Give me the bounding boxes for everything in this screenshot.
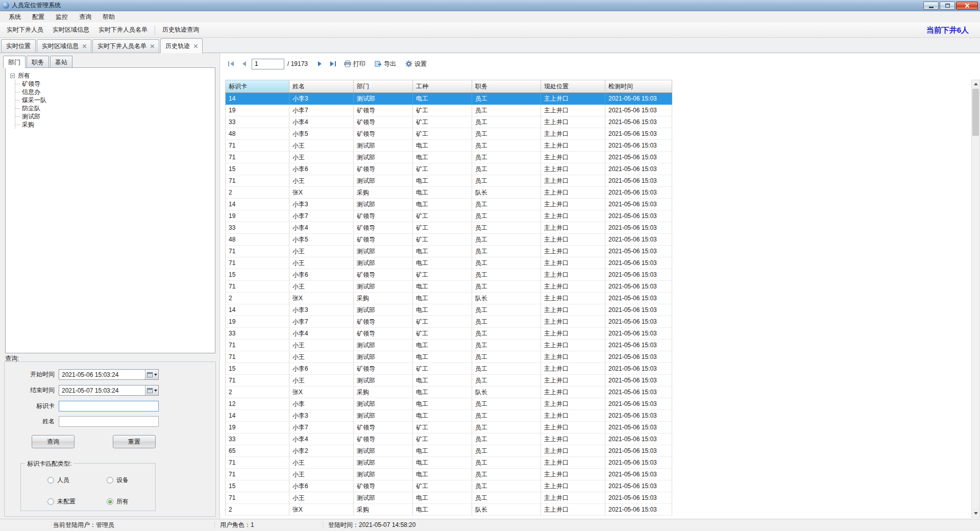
scroll-up-button[interactable] xyxy=(972,80,979,88)
table-row[interactable]: 33小李4矿领导矿工员工主上井口2021-05-06 15:03 xyxy=(226,222,672,234)
table-row[interactable]: 65小李2测试部电工员工主上井口2021-05-06 15:03 xyxy=(226,445,672,457)
radio-option[interactable]: 设备 xyxy=(107,476,129,484)
table-row[interactable]: 15小李6矿领导矿工员工主上井口2021-05-06 15:03 xyxy=(226,363,672,375)
column-header[interactable]: 部门 xyxy=(354,80,413,93)
left-panel-tab[interactable]: 职务 xyxy=(27,56,49,67)
table-row[interactable]: 2张X采购电工队长主上井口2021-05-06 15:03 xyxy=(226,187,672,199)
table-row[interactable]: 14小李3测试部电工员工主上井口2021-05-06 15:03 xyxy=(226,304,672,316)
column-header[interactable]: 姓名 xyxy=(289,80,354,93)
export-button[interactable]: 导出 xyxy=(371,58,400,70)
end-time-input[interactable]: 2021-05-07 15:03:24 xyxy=(59,385,159,396)
tree-item[interactable]: 采购 xyxy=(15,120,212,129)
left-panel-tab[interactable]: 部门 xyxy=(3,56,26,68)
table-row[interactable]: 12小李测试部电工员工主上井口2021-05-06 15:03 xyxy=(226,398,672,410)
table-row[interactable]: 71小王测试部电工员工主上井口2021-05-06 15:03 xyxy=(226,375,672,387)
table-row[interactable]: 71小王测试部电工员工主上井口2021-05-06 15:03 xyxy=(226,340,672,351)
next-page-button[interactable] xyxy=(314,58,325,69)
first-page-button[interactable] xyxy=(225,58,236,69)
print-button[interactable]: 打印 xyxy=(340,58,369,70)
table-cell: 员工 xyxy=(472,410,541,422)
close-button[interactable] xyxy=(956,2,978,10)
table-row[interactable]: 71小王测试部电工员工主上井口2021-05-06 15:03 xyxy=(226,457,672,469)
scrollbar-thumb[interactable] xyxy=(972,89,979,136)
menu-item[interactable]: 监控 xyxy=(50,11,74,23)
table-row[interactable]: 2张X采购电工队长主上井口2021-05-06 15:03 xyxy=(226,504,672,516)
search-button[interactable]: 查询 xyxy=(32,435,75,448)
table-row[interactable]: 71小王测试部电工员工主上井口2021-05-06 15:03 xyxy=(226,175,672,187)
last-page-button[interactable] xyxy=(327,58,338,69)
menu-item[interactable]: 查询 xyxy=(74,11,97,23)
table-row[interactable]: 71小王测试部电工员工主上井口2021-05-06 15:03 xyxy=(226,492,672,504)
tab-close-icon[interactable] xyxy=(82,44,86,49)
menu-item[interactable]: 配置 xyxy=(27,11,50,23)
column-header[interactable]: 检测时间 xyxy=(605,80,672,93)
table-row[interactable]: 33小李4矿领导矿工员工主上井口2021-05-06 15:03 xyxy=(226,116,672,128)
tab-item[interactable]: 实时区域信息 xyxy=(37,39,91,53)
table-row[interactable]: 15小李6矿领导矿工员工主上井口2021-05-06 15:03 xyxy=(226,163,672,175)
table-row[interactable]: 71小王测试部电工员工主上井口2021-05-06 15:03 xyxy=(226,246,672,257)
radio-option[interactable]: 未配置 xyxy=(47,497,76,505)
tree-item[interactable]: 煤采一队 xyxy=(15,96,212,104)
previous-page-button[interactable] xyxy=(238,58,250,69)
table-row[interactable]: 19小李7矿领导矿工员工主上井口2021-05-06 15:03 xyxy=(226,316,672,328)
table-row[interactable]: 19小李7矿领导矿工员工主上井口2021-05-06 15:03 xyxy=(226,210,672,222)
left-panel-tab[interactable]: 基站 xyxy=(50,56,72,67)
table-row[interactable]: 71小王测试部电工员工主上井口2021-05-06 15:03 xyxy=(226,469,672,480)
table-row[interactable]: 48小李5矿领导矿工员工主上井口2021-05-06 15:03 xyxy=(226,234,672,246)
start-time-dropdown-button[interactable] xyxy=(145,370,158,379)
column-header[interactable]: 工种 xyxy=(413,80,472,93)
menu-item[interactable]: 系统 xyxy=(3,11,27,23)
end-time-dropdown-button[interactable] xyxy=(145,385,158,395)
table-row[interactable]: 71小王测试部电工员工主上井口2021-05-06 15:03 xyxy=(226,281,672,293)
toolbar-button[interactable]: 实时下井人员 xyxy=(2,22,48,37)
card-id-input[interactable] xyxy=(59,401,159,412)
tab-item[interactable]: 历史轨迹 xyxy=(160,38,203,53)
toolbar-button[interactable]: 实时下井人员名单 xyxy=(94,22,152,37)
table-row[interactable]: 48小李5矿领导矿工员工主上井口2021-05-06 15:03 xyxy=(226,128,672,140)
table-row[interactable]: 19小李7矿领导矿工员工主上井口2021-05-06 15:03 xyxy=(226,422,672,433)
minimize-button[interactable] xyxy=(923,2,939,10)
reset-button[interactable]: 重置 xyxy=(113,435,156,448)
tab-item[interactable]: 实时下井人员名单 xyxy=(92,39,159,53)
page-number-input[interactable] xyxy=(252,59,284,69)
menu-item[interactable]: 帮助 xyxy=(97,11,120,23)
table-row[interactable]: 19小李7矿领导矿工员工主上井口2021-05-06 15:03 xyxy=(226,105,672,116)
tab-item[interactable]: 实时位置 xyxy=(1,39,36,53)
tab-close-icon[interactable] xyxy=(150,44,154,49)
tree-item[interactable]: 信息办 xyxy=(15,88,212,96)
column-header[interactable]: 职务 xyxy=(472,80,541,93)
tree-root[interactable]: 所有 xyxy=(8,71,212,80)
toolbar-button[interactable]: 历史轨迹查询 xyxy=(158,22,204,37)
tree-item[interactable]: 矿领导 xyxy=(15,80,212,88)
settings-button[interactable]: 设置 xyxy=(402,58,430,70)
table-row[interactable]: 71小王测试部电工员工主上井口2021-05-06 15:03 xyxy=(226,351,672,363)
vertical-scrollbar[interactable] xyxy=(971,80,980,518)
table-row[interactable]: 71小王测试部电工员工主上井口2021-05-06 15:03 xyxy=(226,257,672,269)
tree-item[interactable]: 防尘队 xyxy=(15,104,212,112)
maximize-button[interactable] xyxy=(940,2,955,10)
table-row[interactable]: 14小李3测试部电工员工主上井口2021-05-06 15:03 xyxy=(226,199,672,210)
column-header[interactable]: 标识卡 xyxy=(226,80,289,93)
table-row[interactable]: 14小李3测试部电工员工主上井口2021-05-06 15:03 xyxy=(226,93,672,105)
table-row[interactable]: 33小李4矿领导矿工员工主上井口2021-05-06 15:03 xyxy=(226,328,672,340)
tree-collapse-icon[interactable] xyxy=(10,74,15,78)
scroll-down-button[interactable] xyxy=(972,509,979,517)
table-cell: 小王 xyxy=(289,351,354,363)
table-cell: 71 xyxy=(226,340,289,351)
name-input[interactable] xyxy=(59,416,159,427)
table-row[interactable]: 71小王测试部电工员工主上井口2021-05-06 15:03 xyxy=(226,140,672,152)
radio-option[interactable]: 人员 xyxy=(47,476,69,484)
table-row[interactable]: 15小李6矿领导矿工员工主上井口2021-05-06 15:03 xyxy=(226,269,672,281)
toolbar-button[interactable]: 实时区域信息 xyxy=(48,22,94,37)
table-row[interactable]: 2张X采购电工队长主上井口2021-05-06 15:03 xyxy=(226,293,672,304)
tree-item[interactable]: 测试部 xyxy=(15,112,212,120)
table-row[interactable]: 33小李4矿领导矿工员工主上井口2021-05-06 15:03 xyxy=(226,433,672,445)
table-row[interactable]: 71小王测试部电工员工主上井口2021-05-06 15:03 xyxy=(226,152,672,163)
table-row[interactable]: 15小李6矿领导矿工员工主上井口2021-05-06 15:03 xyxy=(226,480,672,492)
start-time-input[interactable]: 2021-05-06 15:03:24 xyxy=(59,369,159,380)
table-row[interactable]: 14小李3测试部电工员工主上井口2021-05-06 15:03 xyxy=(226,410,672,422)
table-row[interactable]: 2张X采购电工队长主上井口2021-05-06 15:03 xyxy=(226,387,672,398)
radio-option[interactable]: 所有 xyxy=(107,497,129,505)
column-header[interactable]: 现处位置 xyxy=(541,80,605,93)
tab-close-icon[interactable] xyxy=(193,44,198,48)
